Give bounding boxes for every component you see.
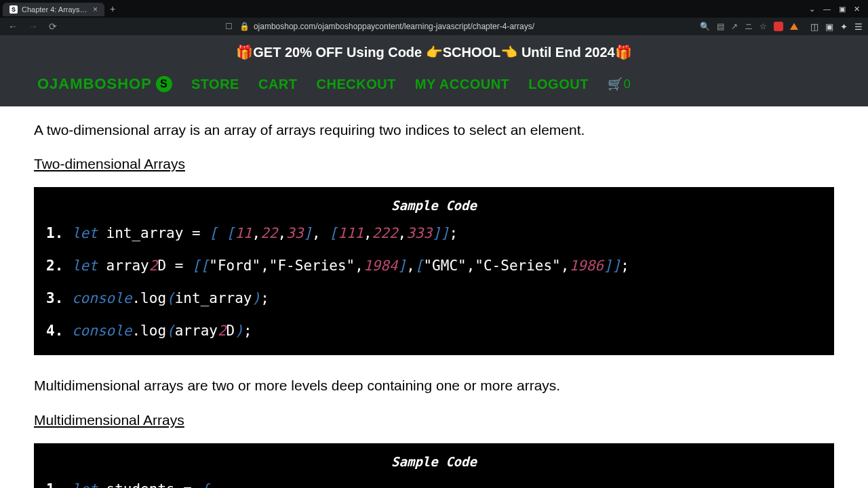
article-content: A two-dimensional array is an array of a… [0,106,868,488]
back-button[interactable]: ← [5,20,20,33]
forward-button[interactable]: → [26,20,41,33]
new-tab-button[interactable]: + [110,3,115,14]
brand-logo-link[interactable]: OJAMBOSHOP S [37,75,172,93]
panel-icon[interactable]: ▣ [825,22,833,32]
share-icon[interactable]: ↗ [731,22,738,31]
tab-bar: S Chapter 4: Arrays - Ojambo × + ⌄ — ▣ ✕ [0,0,868,18]
code-line: 1. let students = { [46,481,822,488]
nav-account[interactable]: MY ACCOUNT [415,77,509,92]
window-controls: ⌄ — ▣ ✕ [809,5,865,14]
browser-tab[interactable]: S Chapter 4: Arrays - Ojambo × [3,3,104,16]
tab-favicon: S [9,5,18,14]
code-line: 1. let int_array = [ [11,22,33], [111,22… [46,225,822,241]
url-bar[interactable]: ☐ 🔒 ojamboshop.com/ojamboshoppaycontent/… [65,22,694,31]
minimize-icon[interactable]: — [823,5,831,14]
cart-icon[interactable]: 🛒0 [608,77,631,92]
nav-cart[interactable]: CART [258,77,298,92]
lock-icon[interactable]: 🔒 [239,22,250,31]
section-link-multi[interactable]: Multidimensional Arrays [34,412,834,428]
tab-title: Chapter 4: Arrays - Ojambo [22,5,89,14]
code-block-2: Sample Code 1. let students = { [34,443,834,488]
paragraph: A two-dimensional array is an array of a… [34,120,834,140]
extension-orange-icon[interactable] [790,23,798,30]
nav-bar: ← → ⟳ ☐ 🔒 ojamboshop.com/ojamboshoppayco… [0,18,868,36]
code-line: 3. console.log(int_array); [46,290,822,306]
maximize-icon[interactable]: ▣ [839,5,846,14]
reload-button[interactable]: ⟳ [46,20,60,33]
sidebar-icon[interactable]: ◫ [810,22,818,32]
close-window-icon[interactable]: ✕ [854,5,860,14]
code-line: 4. console.log(array2D); [46,323,822,339]
brand-logo-icon: S [156,76,172,92]
tab-close-icon[interactable]: × [93,5,98,14]
star-icon[interactable]: ☆ [760,22,767,31]
rss-icon[interactable]: ニ [745,21,753,33]
promo-banner: 🎁GET 20% OFF Using Code 👉SCHOOL👈 Until E… [0,36,868,68]
chevron-down-icon[interactable]: ⌄ [809,5,815,14]
nav-logout[interactable]: LOGOUT [528,77,589,92]
code-title: Sample Code [46,198,822,213]
section-link-2d[interactable]: Two-dimensional Arrays [34,156,834,172]
browser-chrome: S Chapter 4: Arrays - Ojambo × + ⌄ — ▣ ✕… [0,0,868,36]
nav-store[interactable]: STORE [191,77,239,92]
extension-red-icon[interactable] [774,22,783,31]
url-text: ojamboshop.com/ojamboshoppaycontent/lear… [254,22,534,31]
paragraph: Multidimensional arrays are two or more … [34,375,834,395]
menu-icon[interactable]: ☰ [854,22,863,32]
sparkle-icon[interactable]: ✦ [840,22,848,32]
page-content[interactable]: 🎁GET 20% OFF Using Code 👉SCHOOL👈 Until E… [0,36,868,488]
code-line: 2. let array2D = [["Ford","F-Series",198… [46,258,822,274]
zoom-icon[interactable]: 🔍 [700,22,710,31]
nav-checkout[interactable]: CHECKOUT [317,77,396,92]
bookmark-icon[interactable]: ☐ [225,22,233,31]
code-title: Sample Code [46,454,822,469]
reader-icon[interactable]: ▤ [717,22,724,31]
site-nav: OJAMBOSHOP S STORE CART CHECKOUT MY ACCO… [0,68,868,106]
code-block-1: Sample Code 1. let int_array = [ [11,22,… [34,187,834,355]
